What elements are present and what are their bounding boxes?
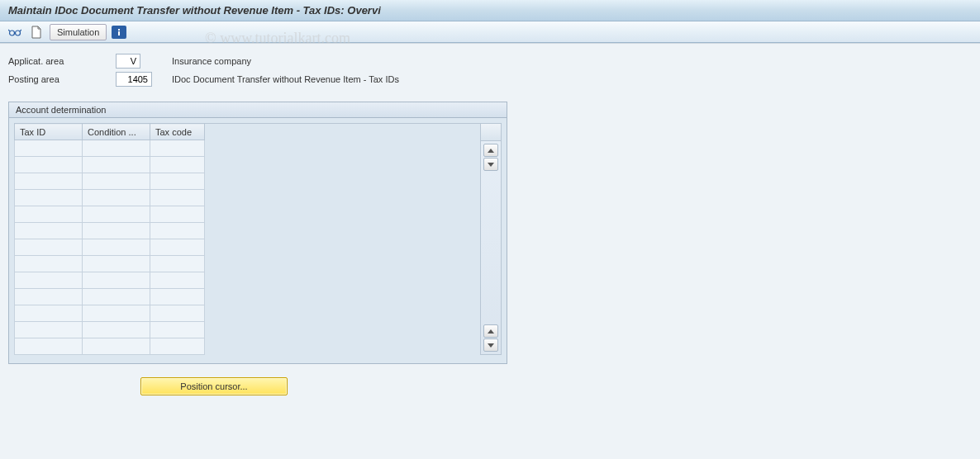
- table-cell[interactable]: [15, 190, 83, 206]
- table-cell[interactable]: [83, 206, 150, 223]
- posting-area-desc: IDoc Document Transfer without Revenue I…: [172, 74, 399, 84]
- table-cell[interactable]: [83, 322, 150, 338]
- table-cell[interactable]: [15, 140, 83, 157]
- scrollbar[interactable]: [481, 141, 502, 355]
- table-row[interactable]: [15, 206, 205, 223]
- table-cell[interactable]: [150, 173, 205, 190]
- table-row[interactable]: [15, 289, 205, 305]
- table-row[interactable]: [15, 223, 205, 239]
- table-cell[interactable]: [15, 256, 83, 272]
- scroll-up-bottom-button[interactable]: [483, 324, 498, 338]
- table-cell[interactable]: [150, 239, 205, 256]
- page-title: Maintain IDoc Document Transfer without …: [8, 4, 381, 17]
- table-cell[interactable]: [83, 140, 150, 157]
- table-cell[interactable]: [150, 190, 205, 206]
- table-row[interactable]: [15, 173, 205, 190]
- field-applicat-area: Applicat. area Insurance company: [8, 54, 972, 69]
- svg-point-0: [10, 31, 15, 35]
- table-row[interactable]: [15, 256, 205, 272]
- content-area: Applicat. area Insurance company Posting…: [0, 43, 980, 459]
- table-cell[interactable]: [150, 305, 205, 322]
- table-cell[interactable]: [150, 289, 205, 305]
- table-cell[interactable]: [83, 338, 150, 355]
- col-header-tax-id[interactable]: Tax ID: [15, 124, 83, 140]
- table-row[interactable]: [15, 338, 205, 355]
- table-cell[interactable]: [83, 223, 150, 239]
- table-row[interactable]: [15, 157, 205, 173]
- table-cell[interactable]: [15, 305, 83, 322]
- col-header-condition[interactable]: Condition ...: [83, 124, 150, 140]
- table-cell[interactable]: [83, 239, 150, 256]
- table-cell[interactable]: [15, 338, 83, 355]
- glasses-icon[interactable]: [7, 24, 23, 40]
- scroll-up-top-button[interactable]: [483, 144, 498, 157]
- table-cell[interactable]: [83, 190, 150, 206]
- table-cell[interactable]: [150, 322, 205, 338]
- select-all-corner[interactable]: [481, 123, 502, 141]
- info-icon[interactable]: [112, 26, 126, 39]
- table-cell[interactable]: [83, 157, 150, 173]
- table-cell[interactable]: [15, 206, 83, 223]
- applicat-area-desc: Insurance company: [172, 56, 251, 66]
- table-cell[interactable]: [150, 338, 205, 355]
- posting-area-label: Posting area: [8, 74, 116, 84]
- table-cell[interactable]: [15, 239, 83, 256]
- scroll-down-bottom-button[interactable]: [483, 338, 498, 352]
- table-cell[interactable]: [15, 322, 83, 338]
- table-cell[interactable]: [83, 305, 150, 322]
- vertical-scroll-area: [480, 123, 502, 355]
- table-cell[interactable]: [15, 289, 83, 305]
- table-cell[interactable]: [83, 256, 150, 272]
- table-empty-area: [205, 123, 480, 355]
- table-cell[interactable]: [15, 272, 83, 289]
- posting-area-input[interactable]: [116, 72, 152, 87]
- applicat-area-label: Applicat. area: [8, 56, 116, 66]
- table-row[interactable]: [15, 322, 205, 338]
- applicat-area-input[interactable]: [116, 54, 140, 69]
- account-table: Tax ID Condition ... Tax code: [14, 123, 205, 355]
- new-page-icon[interactable]: [28, 24, 45, 40]
- table-row[interactable]: [15, 239, 205, 256]
- table-cell[interactable]: [83, 272, 150, 289]
- table-cell[interactable]: [83, 173, 150, 190]
- svg-point-1: [16, 31, 21, 35]
- table-row[interactable]: [15, 272, 205, 289]
- simulation-button[interactable]: Simulation: [50, 24, 107, 40]
- table-cell[interactable]: [150, 140, 205, 157]
- table-cell[interactable]: [150, 256, 205, 272]
- table-row[interactable]: [15, 190, 205, 206]
- svg-rect-3: [118, 31, 120, 35]
- account-determination-panel: Account determination Tax ID Condition .…: [8, 102, 507, 364]
- table-row[interactable]: [15, 140, 205, 157]
- table-cell[interactable]: [15, 173, 83, 190]
- scroll-down-top-button[interactable]: [483, 158, 498, 171]
- table-cell[interactable]: [15, 223, 83, 239]
- table-wrap: Tax ID Condition ... Tax code: [9, 118, 507, 363]
- panel-title: Account determination: [9, 102, 507, 118]
- table-row[interactable]: [15, 305, 205, 322]
- svg-rect-2: [118, 29, 120, 31]
- table-cell[interactable]: [150, 223, 205, 239]
- table-cell[interactable]: [83, 289, 150, 305]
- table-cell[interactable]: [150, 272, 205, 289]
- table-cell[interactable]: [15, 157, 83, 173]
- field-posting-area: Posting area IDoc Document Transfer with…: [8, 72, 972, 87]
- table-cell[interactable]: [150, 206, 205, 223]
- table-cell[interactable]: [150, 157, 205, 173]
- toolbar: Simulation: [0, 21, 980, 43]
- position-cursor-button[interactable]: Position cursor...: [140, 377, 288, 395]
- title-bar: Maintain IDoc Document Transfer without …: [0, 0, 980, 21]
- col-header-tax-code[interactable]: Tax code: [150, 124, 205, 140]
